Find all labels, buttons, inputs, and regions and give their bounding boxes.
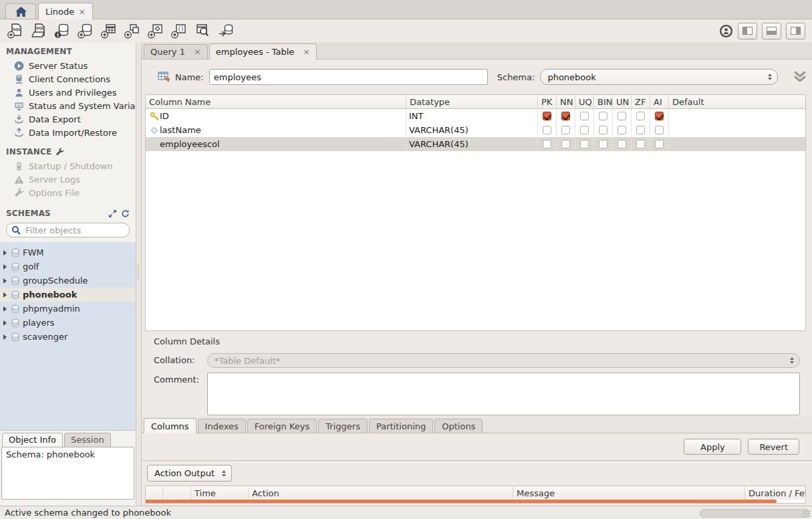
reconnect-dbms-button[interactable] [217, 22, 235, 40]
sidebar-item-client-connections[interactable]: Client Connections [0, 72, 136, 86]
uq-checkbox[interactable] [580, 140, 589, 148]
grid-column-header-datatype[interactable]: Datatype [406, 95, 538, 108]
column-row-id[interactable]: IDINT [146, 109, 805, 123]
flag-cell-zf[interactable] [632, 123, 650, 137]
toggle-right-panel-button[interactable] [786, 23, 805, 39]
nn-checkbox[interactable] [561, 140, 570, 148]
toggle-bottom-panel-button[interactable] [762, 23, 781, 39]
schema-item-phpmyadmin[interactable]: phpmyadmin [0, 302, 136, 316]
expander-icon[interactable] [3, 264, 7, 270]
flag-cell-pk[interactable] [538, 137, 557, 151]
flag-cell-nn[interactable] [557, 109, 575, 123]
connection-tab[interactable]: Linode × [38, 3, 93, 19]
create-procedure-button[interactable] [147, 22, 165, 40]
zf-checkbox[interactable] [636, 140, 645, 148]
status-scrollbar[interactable] [700, 509, 809, 518]
expander-icon[interactable] [3, 292, 7, 298]
expander-icon[interactable] [3, 278, 7, 284]
flag-cell-nn[interactable] [557, 123, 575, 137]
datatype-cell[interactable]: INT [406, 109, 538, 123]
uq-checkbox[interactable] [580, 126, 589, 134]
flag-cell-nn[interactable] [557, 137, 575, 151]
apply-button[interactable]: Apply [684, 439, 741, 455]
flag-cell-ai[interactable] [650, 109, 669, 123]
ai-checkbox[interactable] [655, 126, 664, 134]
schema-item-scavenger[interactable]: scavenger [0, 330, 136, 344]
editor-tab-employees-table[interactable]: employees - Table× [209, 43, 317, 60]
nn-checkbox[interactable] [561, 126, 570, 134]
grid-column-header-un[interactable]: UN [613, 95, 632, 108]
pk-checkbox[interactable] [543, 140, 551, 148]
schema-item-fwm[interactable]: FWM [0, 245, 136, 260]
sidebar-item-server-status[interactable]: Server Status [0, 59, 136, 72]
grid-column-header-default[interactable]: Default [669, 95, 805, 108]
revert-button[interactable]: Revert [748, 439, 799, 455]
flag-cell-ai[interactable] [650, 137, 669, 151]
grid-column-header-pk[interactable]: PK [538, 95, 557, 108]
flag-cell-ai[interactable] [650, 123, 669, 137]
sidebar-item-server-logs[interactable]: Server Logs [0, 173, 136, 186]
sub-tab-triggers[interactable]: Triggers [318, 419, 368, 433]
flag-cell-zf[interactable] [632, 137, 650, 151]
column-name-cell[interactable]: employeescol [146, 137, 406, 151]
schema-inspector-button[interactable]: i [53, 22, 72, 40]
new-sql-tab-button[interactable]: SQL [7, 22, 25, 40]
flag-cell-uq[interactable] [575, 109, 594, 123]
un-checkbox[interactable] [618, 112, 626, 120]
bin-checkbox[interactable] [599, 126, 607, 134]
schema-select[interactable]: phonebook [540, 69, 778, 85]
close-icon[interactable]: × [303, 47, 310, 56]
uq-checkbox[interactable] [580, 112, 589, 120]
flag-cell-un[interactable] [613, 123, 632, 137]
sidebar-item-startup-shutdown[interactable]: Startup / Shutdown [0, 159, 136, 173]
table-name-input[interactable] [209, 69, 488, 85]
create-schema-button[interactable] [77, 22, 95, 40]
create-table-button[interactable] [100, 22, 118, 40]
sidebar-item-data-export[interactable]: Data Export [0, 112, 136, 126]
sub-tab-columns[interactable]: Columns [144, 418, 196, 433]
chevron-double-down-icon[interactable] [793, 71, 807, 83]
open-sql-script-button[interactable]: SQL [30, 22, 48, 40]
un-checkbox[interactable] [618, 126, 626, 134]
zf-checkbox[interactable] [636, 112, 645, 120]
schema-item-groupschedule[interactable]: groupSchedule [0, 274, 136, 288]
comment-textarea[interactable] [207, 373, 800, 415]
grid-column-header-zf[interactable]: ZF [632, 95, 650, 108]
sub-tab-options[interactable]: Options [434, 419, 483, 433]
editor-tab-query-1[interactable]: Query 1× [144, 44, 208, 59]
flag-cell-un[interactable] [613, 109, 632, 123]
output-selector[interactable]: Action Output [147, 465, 232, 482]
sidebar-item-data-import-restore[interactable]: Data Import/Restore [0, 126, 136, 139]
home-tab[interactable] [5, 3, 36, 19]
columns-grid-empty-area[interactable] [146, 151, 805, 330]
sidebar-item-status-and-system-variables[interactable]: Status and System Variables [0, 99, 136, 112]
flag-cell-uq[interactable] [575, 123, 594, 137]
grid-column-header-ai[interactable]: AI [650, 95, 669, 108]
pk-checkbox[interactable] [543, 126, 551, 134]
create-view-button[interactable] [124, 22, 142, 40]
pk-checkbox[interactable] [543, 112, 551, 120]
ai-checkbox[interactable] [655, 140, 664, 148]
column-name-cell[interactable]: ID [146, 109, 406, 123]
search-table-data-button[interactable] [194, 22, 212, 40]
grid-column-header-uq[interactable]: UQ [575, 95, 594, 108]
nn-checkbox[interactable] [561, 112, 570, 120]
bin-checkbox[interactable] [599, 140, 607, 148]
datatype-cell[interactable]: VARCHAR(45) [406, 123, 538, 137]
expander-icon[interactable] [3, 320, 7, 326]
expander-icon[interactable] [3, 334, 7, 340]
tab-object-info[interactable]: Object Info [2, 433, 63, 447]
sidebar-item-users-and-privileges[interactable]: Users and Privileges [0, 86, 136, 99]
schema-item-players[interactable]: players [0, 316, 136, 330]
tab-session[interactable]: Session [64, 433, 111, 447]
toggle-left-panel-button[interactable] [738, 23, 757, 39]
flag-cell-pk[interactable] [538, 123, 557, 137]
grid-column-header-column-name[interactable]: Column Name [146, 95, 406, 108]
flag-cell-bin[interactable] [594, 123, 613, 137]
datatype-cell[interactable]: VARCHAR(45) [406, 137, 538, 151]
expander-icon[interactable] [3, 250, 7, 255]
flag-cell-bin[interactable] [594, 109, 613, 123]
horizontal-scrollbar[interactable] [146, 500, 777, 503]
flag-cell-un[interactable] [613, 137, 632, 151]
flag-cell-zf[interactable] [632, 109, 650, 123]
